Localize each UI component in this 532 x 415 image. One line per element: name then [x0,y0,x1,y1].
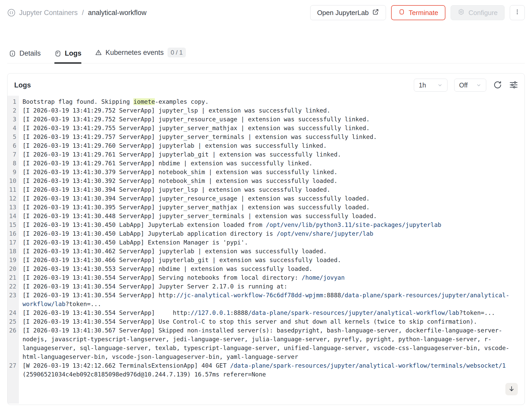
log-line-text: [I 2026-03-19 13:41:29.761 ServerApp] nb… [22,159,525,168]
kubernetes-events-badge: 0 / 1 [168,48,186,57]
configure-button[interactable]: Configure [451,5,505,20]
header-actions: Open JupyterLab Terminate [310,5,525,20]
log-line-text: [I 2026-03-19 13:41:30.554 ServerApp] ht… [22,291,525,308]
topbar: Jupyter Containers / analytical-workflow… [7,4,525,20]
sliders-icon [509,80,518,90]
log-line-number: 2 [7,106,19,115]
log-line: 11[I 2026-03-19 13:41:30.394 ServerApp] … [7,185,525,194]
tab-bar: Details Logs Kubernetes events [7,48,525,63]
log-line-text: [I 2026-03-19 13:41:29.757 ServerApp] ju… [22,132,525,141]
tab-details[interactable]: Details [9,49,41,63]
refresh-button[interactable] [493,80,502,90]
log-line-number: 11 [7,185,19,194]
log-line-number: 6 [7,141,19,150]
refresh-icon [493,80,502,90]
log-line: 14[I 2026-03-19 13:41:30.448 ServerApp] … [7,212,525,220]
log-line: 1Bootstrap flag found. Skipping iomete-e… [7,97,525,106]
log-line-text: [I 2026-03-19 13:41:30.554 ServerApp] Us… [22,317,525,326]
follow-select[interactable]: Off [454,79,486,92]
log-line-text: [I 2026-03-19 13:41:30.450 LabApp] Jupyt… [22,220,525,229]
log-line: 18[I 2026-03-19 13:41:30.462 ServerApp] … [7,247,525,256]
jupyter-container-icon [7,9,16,17]
breadcrumb-section[interactable]: Jupyter Containers [19,9,78,17]
log-line-number: 19 [7,256,19,264]
log-line: 24[I 2026-03-19 13:41:30.554 ServerApp] … [7,308,525,317]
open-jupyterlab-button[interactable]: Open JupyterLab [310,5,386,20]
breadcrumb-current: analytical-workflow [88,9,147,17]
log-line-number: 5 [7,132,19,141]
log-line-text: [I 2026-03-19 13:41:30.567 ServerApp] Sk… [22,326,525,361]
breadcrumb-separator: / [81,9,85,17]
log-lines: 1Bootstrap flag found. Skipping iomete-e… [7,97,525,379]
tab-kubernetes-events-label: Kubernetes events [105,49,164,57]
log-line: 2[I 2026-03-19 13:41:29.752 ServerApp] j… [7,106,525,115]
log-line-text: [I 2026-03-19 13:41:29.761 ServerApp] ju… [22,150,525,159]
log-line: 22[I 2026-03-19 13:41:30.554 ServerApp] … [7,282,525,291]
log-line-number: 12 [7,194,19,203]
log-line-number: 7 [7,150,19,159]
time-range-value: 1h [419,81,426,89]
log-line-number: 18 [7,247,19,256]
log-filter-button[interactable] [509,80,518,90]
log-line: 20[I 2026-03-19 13:41:30.553 ServerApp] … [7,264,525,273]
log-line-number: 27 [7,361,19,379]
configure-label: Configure [468,9,498,17]
log-line-text: [I 2026-03-19 13:41:30.554 ServerApp] ht… [22,308,525,317]
log-line-number: 22 [7,282,19,291]
log-line-text: [I 2026-03-19 13:41:30.466 ServerApp] ju… [22,256,525,264]
page: Jupyter Containers / analytical-workflow… [0,0,532,405]
log-line-number: 9 [7,168,19,176]
logs-panel-header: Logs 1h Off [7,73,525,96]
log-line-number: 20 [7,264,19,273]
terminate-button[interactable]: Terminate [391,5,445,20]
log-line-text: [I 2026-03-19 13:41:30.394 ServerApp] ju… [22,194,525,203]
open-jupyterlab-label: Open JupyterLab [317,9,369,17]
tab-logs[interactable]: Logs [54,49,82,63]
log-line-number: 15 [7,220,19,229]
log-line: 6[I 2026-03-19 13:41:29.760 ServerApp] j… [7,141,525,150]
chevron-down-icon [476,82,482,88]
log-line-text: [I 2026-03-19 13:41:29.760 ServerApp] ju… [22,141,525,150]
terminate-label: Terminate [409,9,438,17]
log-line-number: 4 [7,124,19,132]
log-line: 12[I 2026-03-19 13:41:30.394 ServerApp] … [7,194,525,203]
logs-panel-title: Logs [14,81,31,89]
scroll-to-bottom-button[interactable] [505,383,518,395]
log-line-text: [I 2026-03-19 13:41:30.395 ServerApp] ju… [22,203,525,212]
log-line-number: 26 [7,326,19,361]
log-line-text: [W 2026-03-19 13:42:12.662 TerminalsExte… [22,361,525,379]
arrow-down-icon [508,385,515,393]
log-line: 16[I 2026-03-19 13:41:30.450 LabApp] Jup… [7,229,525,238]
log-line-text: [I 2026-03-19 13:41:29.755 ServerApp] ju… [22,124,525,132]
tab-logs-label: Logs [65,49,82,57]
log-line-text: [I 2026-03-19 13:41:29.752 ServerApp] ju… [22,115,525,124]
log-line-number: 8 [7,159,19,168]
gear-icon [458,8,465,17]
log-line-number: 14 [7,212,19,220]
tab-details-label: Details [19,49,41,57]
kebab-menu-button[interactable] [510,5,525,20]
log-line: 9[I 2026-03-19 13:41:30.379 ServerApp] n… [7,168,525,176]
log-line-number: 23 [7,291,19,308]
time-range-select[interactable]: 1h [414,79,447,92]
log-line-text: [I 2026-03-19 13:41:30.448 ServerApp] ju… [22,212,525,220]
tab-kubernetes-events[interactable]: Kubernetes events 0 / 1 [95,48,186,63]
log-line-number: 17 [7,238,19,247]
log-line: 19[I 2026-03-19 13:41:30.466 ServerApp] … [7,256,525,264]
log-line-number: 10 [7,176,19,185]
log-line: 3[I 2026-03-19 13:41:29.752 ServerApp] j… [7,115,525,124]
follow-value: Off [459,81,468,89]
log-line: 8[I 2026-03-19 13:41:29.761 ServerApp] n… [7,159,525,168]
log-line: 15[I 2026-03-19 13:41:30.450 LabApp] Jup… [7,220,525,229]
log-viewer[interactable]: 1Bootstrap flag found. Skipping iomete-e… [7,96,525,404]
log-line-text: [I 2026-03-19 13:41:30.462 ServerApp] ju… [22,247,525,256]
log-line-number: 21 [7,273,19,282]
logs-panel-controls: 1h Off [414,79,518,92]
chevron-down-icon [437,82,443,88]
log-line: 4[I 2026-03-19 13:41:29.755 ServerApp] j… [7,124,525,132]
log-line-text: [I 2026-03-19 13:41:30.553 ServerApp] nb… [22,264,525,273]
warning-icon [95,49,102,56]
log-line: 13[I 2026-03-19 13:41:30.395 ServerApp] … [7,203,525,212]
log-line: 23[I 2026-03-19 13:41:30.554 ServerApp] … [7,291,525,308]
log-line: 10[I 2026-03-19 13:41:30.392 ServerApp] … [7,176,525,185]
